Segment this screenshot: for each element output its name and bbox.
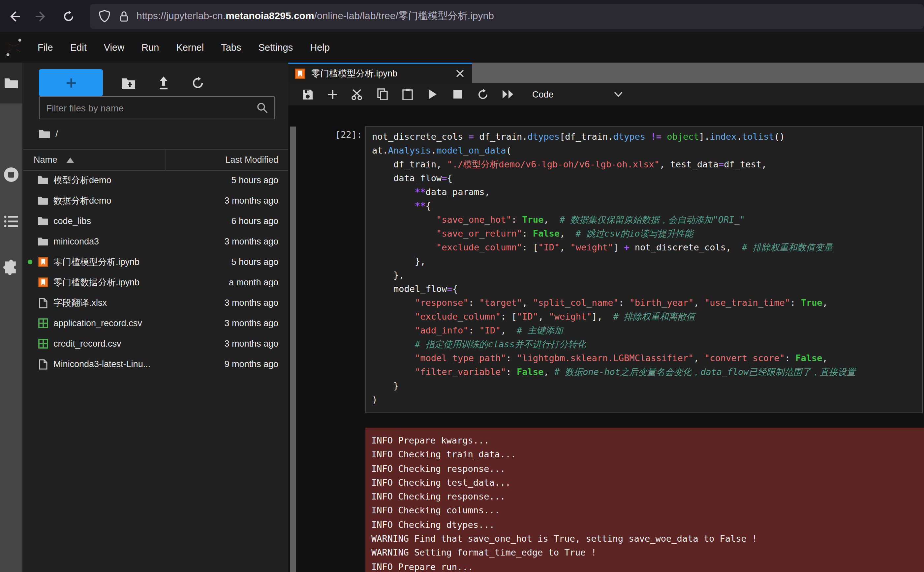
sidebar-tab-toc[interactable] [0, 211, 22, 231]
folder-icon [4, 77, 19, 89]
content: / Name Last Modified 模型分析demo5 hours ago… [0, 62, 924, 572]
paste-cells-button[interactable] [398, 85, 418, 103]
log-line: INFO Checking response... [371, 490, 924, 504]
file-row[interactable]: 零门槛模型分析.ipynb5 hours ago [23, 252, 288, 272]
code-lines: not_discrete_cols = df_train.dtypes[df_t… [366, 126, 922, 407]
chevron-down-icon[interactable] [614, 92, 623, 97]
file-name: 字段翻译.xlsx [53, 297, 199, 309]
file-name: credit_record.csv [53, 339, 199, 348]
file-row[interactable]: credit_record.csv3 months ago [23, 333, 288, 354]
new-launcher-button[interactable] [39, 69, 103, 96]
main-dock: 零门槛模型分析.ipynb [288, 62, 924, 572]
folder-icon [37, 196, 48, 205]
reload-icon[interactable] [61, 8, 76, 24]
notebook-toolbar: Code [288, 83, 924, 106]
spreadsheet-icon [38, 318, 48, 328]
refresh-button[interactable] [189, 75, 206, 92]
menu-item-file[interactable]: File [29, 38, 62, 57]
tab-bar: 零门槛模型分析.ipynb [288, 62, 924, 83]
shield-icon[interactable] [99, 10, 110, 22]
running-dot-icon [28, 260, 32, 264]
notebook-file-icon [295, 68, 305, 79]
add-cell-button[interactable] [323, 85, 342, 103]
code-line: "save_one_hot": True, # 数据集仅保留原始数据，会自动添加… [372, 213, 922, 227]
file-row[interactable]: 数据分析demo3 months ago [23, 190, 288, 211]
app-root: https://jupyterlab-cn.metanoia8295.com/o… [0, 0, 924, 572]
notebook-tab[interactable]: 零门槛模型分析.ipynb [288, 62, 472, 83]
file-modified: 3 months ago [199, 318, 288, 328]
file-row[interactable]: 字段翻译.xlsx3 months ago [23, 292, 288, 313]
file-modified: 5 hours ago [199, 257, 288, 267]
restart-kernel-button[interactable] [473, 85, 493, 103]
menu-item-help[interactable]: Help [301, 38, 338, 57]
file-row[interactable]: application_record.csv3 months ago [23, 313, 288, 333]
column-header-name[interactable]: Name [23, 155, 165, 165]
file-name: code_libs [53, 216, 199, 226]
file-modified: 3 months ago [199, 236, 288, 246]
log-line: INFO Prepare kwargs... [371, 434, 924, 448]
lock-icon[interactable] [119, 10, 129, 22]
menu-item-edit[interactable]: Edit [62, 38, 95, 57]
folder-icon [37, 176, 48, 185]
log-line: INFO Checking response... [371, 462, 924, 476]
url-bar[interactable]: https://jupyterlab-cn.metanoia8295.com/o… [90, 4, 924, 29]
activity-bar [0, 62, 23, 572]
tab-title: 零门槛模型分析.ipynb [311, 68, 456, 79]
file-modified: 9 months ago [199, 359, 288, 369]
file-row[interactable]: 模型分析demo5 hours ago [23, 170, 288, 190]
sidebar-tab-running[interactable] [0, 165, 22, 185]
stop-button[interactable] [448, 85, 467, 103]
cell-type-select[interactable]: Code [532, 89, 554, 99]
menu-item-run[interactable]: Run [133, 38, 168, 57]
running-sessions-icon [3, 167, 19, 183]
menu-item-kernel[interactable]: Kernel [168, 38, 212, 57]
upload-icon [157, 76, 170, 90]
menu-item-view[interactable]: View [95, 38, 133, 57]
file-row[interactable]: 零门槛数据分析.ipynba month ago [23, 272, 288, 292]
browser-toolbar: https://jupyterlab-cn.metanoia8295.com/o… [0, 0, 924, 32]
file-name: 零门槛数据分析.ipynb [53, 277, 199, 288]
code-line: model_flow={ [372, 282, 922, 296]
code-line: "exclude_column": ["ID", "weight"] + not… [372, 241, 922, 254]
file-icon [39, 297, 47, 308]
code-cell-editor[interactable]: not_discrete_cols = df_train.dtypes[df_t… [365, 126, 923, 413]
code-line: not_discrete_cols = df_train.dtypes[df_t… [372, 130, 922, 144]
copy-cells-button[interactable] [372, 85, 393, 103]
file-modified: 3 months ago [199, 196, 288, 205]
close-icon[interactable] [456, 69, 464, 78]
notebook-icon [38, 257, 48, 267]
restart-run-all-button[interactable] [498, 85, 518, 103]
file-row[interactable]: Miniconda3-latest-Linu...9 months ago [23, 354, 288, 374]
column-header-modified[interactable]: Last Modified [166, 155, 288, 165]
breadcrumb[interactable]: / [39, 126, 58, 142]
cut-cells-button[interactable] [347, 85, 367, 103]
notebook-icon [38, 277, 48, 287]
save-button[interactable] [298, 85, 317, 103]
menu-item-settings[interactable]: Settings [249, 38, 301, 57]
folder-icon [37, 237, 48, 246]
file-name: application_record.csv [53, 318, 199, 328]
menu-item-tabs[interactable]: Tabs [212, 38, 249, 57]
file-row[interactable]: miniconda33 months ago [23, 231, 288, 252]
file-modified: 5 hours ago [199, 175, 288, 185]
sidebar-tab-filebrowser[interactable] [0, 62, 22, 103]
log-line: INFO Checking train_data... [371, 448, 924, 462]
file-row[interactable]: code_libs6 hours ago [23, 211, 288, 231]
sidebar-tab-extensions[interactable] [0, 258, 22, 277]
menu-items: FileEditViewRunKernelTabsSettingsHelp [29, 38, 338, 57]
log-line: INFO Checking test_data... [371, 476, 924, 490]
code-line: "exclude_column": ["ID", "weight"], # 排除… [372, 310, 922, 323]
file-browser-toolbar [23, 62, 288, 96]
code-line: "save_or_return": False, # 跳过csv的io读写提升性… [372, 227, 922, 241]
back-icon[interactable] [6, 8, 22, 24]
breadcrumb-root[interactable]: / [55, 129, 58, 139]
file-name: miniconda3 [53, 236, 199, 246]
upload-button[interactable] [155, 75, 172, 92]
new-folder-button[interactable] [120, 75, 137, 92]
run-button[interactable] [423, 85, 443, 103]
forward-icon[interactable] [33, 8, 49, 24]
jupyter-logo-icon [5, 37, 22, 58]
cell-collapser[interactable] [290, 126, 296, 572]
filter-files-input[interactable] [40, 102, 257, 113]
file-name: Miniconda3-latest-Linu... [53, 359, 199, 369]
